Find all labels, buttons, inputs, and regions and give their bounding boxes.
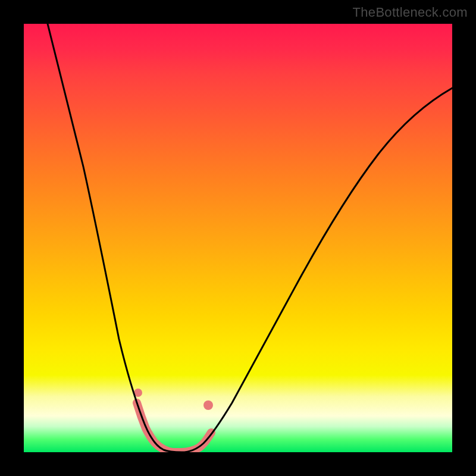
chart-svg (24, 24, 452, 452)
chart-frame: TheBottleneck.com (0, 0, 476, 476)
highlighted-segment (137, 403, 211, 452)
watermark-text: TheBottleneck.com (353, 5, 468, 20)
bottleneck-curve (48, 24, 452, 452)
highlight-dot-upper (203, 400, 213, 410)
